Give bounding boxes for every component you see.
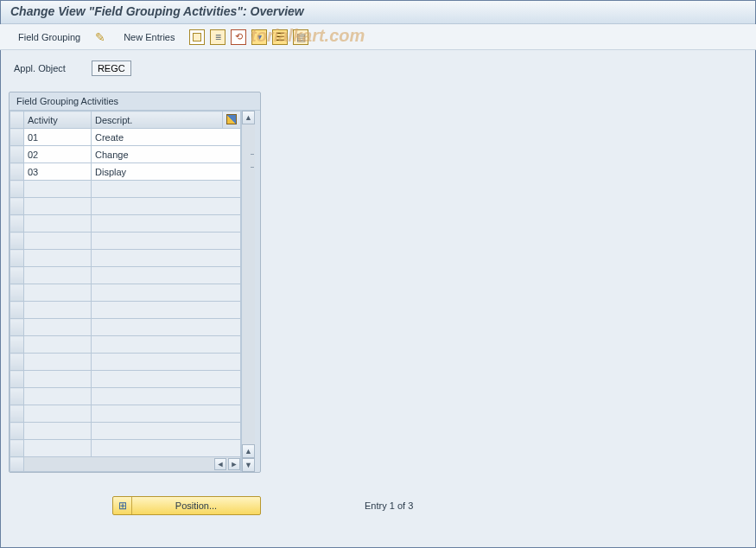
table-row-empty[interactable] [10,423,241,440]
row-selector[interactable] [10,163,24,181]
content-area: Appl. Object Field Grouping Activities A… [0,50,756,483]
panel-title: Field Grouping Activities [10,92,260,111]
cell-description[interactable]: Display [92,163,241,181]
appl-object-input[interactable] [92,61,131,76]
entry-counter: Entry 1 of 3 [365,500,413,511]
table-row-empty[interactable] [10,440,241,457]
appl-object-row: Appl. Object [9,61,747,76]
cell-description[interactable]: Create [92,129,241,146]
select-block-icon[interactable] [272,29,288,45]
scrollbar-grip-icon [251,154,254,168]
table-row-empty[interactable] [10,233,241,250]
appl-object-label: Appl. Object [14,63,66,73]
cell-activity[interactable]: 03 [24,163,92,181]
table-row-empty[interactable] [10,250,241,267]
scroll-right-icon[interactable]: ► [228,458,240,470]
bc-set-icon[interactable] [293,29,308,45]
position-icon: ⊞ [113,497,132,514]
cell-activity[interactable]: 01 [24,129,92,146]
page-title: Change View "Field Grouping Activities":… [10,4,746,18]
table-settings-icon [226,114,237,124]
cell-activity[interactable]: 02 [24,146,92,163]
horizontal-scrollbar[interactable]: ◄ ► [24,457,240,471]
scrollbar-track[interactable] [242,124,255,458]
column-activity[interactable]: Activity [24,112,92,129]
table-row-empty[interactable] [10,405,241,423]
title-bar: Change View "Field Grouping Activities":… [0,0,756,24]
field-grouping-panel: Field Grouping Activities Activity Descr… [9,92,261,473]
scroll-up-icon[interactable]: ▲ [242,111,255,124]
table-row-empty[interactable] [10,371,241,388]
scroll-down2-icon[interactable]: ▼ [242,458,255,472]
table-row-empty[interactable] [10,336,241,354]
field-grouping-button[interactable]: Field Grouping [9,29,90,46]
select-all-icon[interactable] [210,29,226,45]
vertical-scrollbar[interactable]: ▲ ▲ ▼ [241,111,255,472]
row-selector[interactable] [10,146,24,163]
table-row[interactable]: 02 Change [10,146,241,163]
cell-description[interactable]: Change [92,146,241,163]
column-description[interactable]: Descript. [92,112,223,129]
save-icon[interactable] [251,29,267,45]
table-row-empty[interactable] [10,319,241,336]
footer: ⊞ Position... Entry 1 of 3 [112,496,413,515]
copy-icon[interactable] [189,29,205,45]
table-settings-button[interactable] [223,112,241,129]
scroll-down-icon[interactable]: ▲ [242,444,255,458]
table-row-empty[interactable] [10,267,241,284]
table-row-empty[interactable] [10,215,241,233]
position-button[interactable]: ⊞ Position... [112,496,261,515]
new-entries-button[interactable]: New Entries [114,29,184,46]
table-row[interactable]: 03 Display [10,163,241,181]
table-row-empty[interactable] [10,388,241,405]
toolbar: Field Grouping ✎ New Entries torialkart.… [0,24,756,50]
table-row-empty[interactable] [10,302,241,319]
table-row-empty[interactable] [10,198,241,215]
table-row-empty[interactable] [10,181,241,198]
table-row-empty[interactable] [10,284,241,302]
row-selector-header[interactable] [10,112,24,129]
scroll-left-icon[interactable]: ◄ [214,458,226,470]
delete-icon[interactable] [231,29,246,45]
position-label: Position... [132,500,260,511]
change-icon[interactable]: ✎ [95,30,109,44]
table-row-empty[interactable] [10,354,241,371]
activities-table: Activity Descript. 01 Create 02 Change [10,111,241,472]
table-row[interactable]: 01 Create [10,129,241,146]
row-selector[interactable] [10,129,24,146]
